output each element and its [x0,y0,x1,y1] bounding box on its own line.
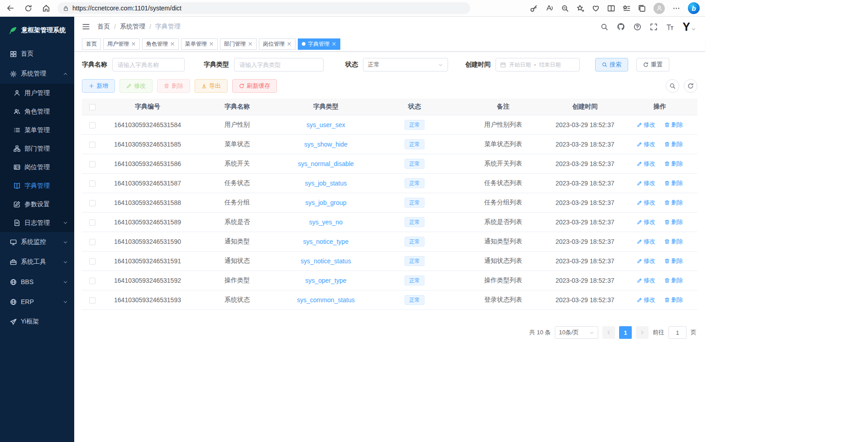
row-delete-link[interactable]: 删除 [664,296,683,304]
profile-avatar[interactable] [653,3,665,14]
row-edit-link[interactable]: 修改 [637,257,655,265]
refresh-table-button[interactable] [684,79,697,93]
row-edit-link[interactable]: 修改 [637,296,655,304]
row-edit-link[interactable]: 修改 [637,218,655,226]
row-delete-link[interactable]: 删除 [664,218,683,226]
split-screen-icon[interactable] [607,5,615,12]
sidebar-item-menu-management[interactable]: 菜单管理 [0,121,74,139]
dict-type-link[interactable]: sys_oper_type [305,277,346,284]
tab-dept-management[interactable]: 部门管理 [220,38,257,50]
delete-button[interactable]: 删除 [157,79,190,93]
sidebar-item-bbs[interactable]: BBS [0,272,74,292]
tab-close-icon[interactable] [248,42,253,46]
prev-page-button[interactable] [602,326,615,339]
dict-type-input[interactable] [234,58,324,71]
reset-button[interactable]: 重置 [636,58,669,71]
github-icon[interactable] [617,23,625,31]
dict-type-link[interactable]: sys_notice_status [300,257,351,265]
reload-icon[interactable] [24,5,32,12]
tab-home[interactable]: 首页 [82,38,101,50]
row-checkbox[interactable] [89,239,95,245]
row-checkbox[interactable] [89,200,95,206]
dict-type-link[interactable]: sys_normal_disable [298,160,354,167]
row-edit-link[interactable]: 修改 [637,276,655,285]
row-checkbox[interactable] [89,142,95,148]
row-checkbox[interactable] [89,278,95,284]
row-checkbox[interactable] [89,122,95,128]
sidebar-item-log-management[interactable]: 日志管理 [0,214,74,232]
row-checkbox[interactable] [89,161,95,167]
tab-close-icon[interactable] [287,42,291,46]
next-page-button[interactable] [636,326,649,339]
edit-button[interactable]: 修改 [119,79,153,93]
zoom-out-icon[interactable] [561,5,569,12]
browser-essentials-icon[interactable] [592,5,600,12]
tab-dict-management[interactable]: 字典管理 [298,38,340,50]
row-delete-link[interactable]: 删除 [664,238,683,246]
sidebar-item-post-management[interactable]: 岗位管理 [0,158,74,176]
row-edit-link[interactable]: 修改 [637,179,655,187]
select-all-checkbox[interactable] [89,104,95,110]
tab-close-icon[interactable] [131,42,136,46]
row-edit-link[interactable]: 修改 [637,121,655,129]
favorites-bar-icon[interactable] [623,5,630,12]
status-select[interactable]: 正常 [363,58,448,71]
create-time-range-picker[interactable]: 开始日期 - 结束日期 [496,58,580,71]
row-delete-link[interactable]: 删除 [664,121,683,129]
dict-type-link[interactable]: sys_notice_type [303,238,348,245]
row-checkbox[interactable] [89,258,95,265]
add-button[interactable]: 新增 [82,79,115,93]
search-button[interactable]: 搜索 [595,58,628,71]
page-size-select[interactable]: 10条/页 [555,326,598,339]
sidebar-item-erp[interactable]: ERP [0,292,74,312]
row-delete-link[interactable]: 删除 [664,140,683,148]
tab-menu-management[interactable]: 菜单管理 [181,38,218,50]
search-icon[interactable] [601,23,608,31]
row-delete-link[interactable]: 删除 [664,179,683,187]
sidebar-item-dict-management[interactable]: 字典管理 [0,176,74,195]
home-icon[interactable] [42,4,50,12]
back-icon[interactable] [6,4,14,12]
tab-close-icon[interactable] [209,42,214,46]
goto-page-input[interactable] [668,326,687,339]
row-edit-link[interactable]: 修改 [637,140,655,148]
export-button[interactable]: 导出 [195,79,228,93]
font-size-icon[interactable] [666,23,674,31]
refresh-cache-button[interactable]: 刷新缓存 [232,79,277,93]
address-bar[interactable]: https://ccnetcore.com:1101/system/dict [57,2,470,14]
breadcrumb-section[interactable]: 系统管理 [120,23,145,31]
row-edit-link[interactable]: 修改 [637,199,655,207]
page-number-button[interactable]: 1 [619,326,632,339]
row-delete-link[interactable]: 删除 [664,276,683,285]
read-aloud-icon[interactable] [545,4,553,12]
row-checkbox[interactable] [89,181,95,187]
tab-role-management[interactable]: 角色管理 [142,38,179,50]
sidebar-item-role-management[interactable]: 角色管理 [0,102,74,121]
dict-type-link[interactable]: sys_show_hide [304,141,348,148]
collections-icon[interactable] [638,5,646,12]
add-favorite-icon[interactable] [577,5,584,12]
tab-post-management[interactable]: 岗位管理 [259,38,296,50]
password-key-icon[interactable] [530,5,538,12]
dict-type-link[interactable]: sys_user_sex [306,121,345,128]
sidebar-item-system-monitor[interactable]: 系统监控 [0,232,74,252]
tab-close-icon[interactable] [332,42,336,46]
row-delete-link[interactable]: 删除 [664,160,683,168]
user-menu[interactable]: Y [682,21,696,33]
row-edit-link[interactable]: 修改 [637,238,655,246]
sidebar-item-yi-framework[interactable]: Yi框架 [0,312,74,332]
dict-type-link[interactable]: sys_job_group [305,199,346,206]
sidebar-item-system-management[interactable]: 系统管理 [0,64,74,84]
help-icon[interactable] [634,23,641,31]
dict-type-link[interactable]: sys_job_status [305,180,347,187]
dict-type-link[interactable]: sys_yes_no [309,219,343,226]
row-checkbox[interactable] [89,297,95,304]
row-checkbox[interactable] [89,219,95,226]
dict-name-input[interactable] [112,58,185,71]
tab-close-icon[interactable] [170,42,175,46]
row-edit-link[interactable]: 修改 [637,160,655,168]
dict-type-link[interactable]: sys_common_status [297,296,355,304]
breadcrumb-home[interactable]: 首页 [97,23,110,31]
more-menu-icon[interactable] [672,5,680,12]
sidebar-item-param-settings[interactable]: 参数设置 [0,195,74,214]
